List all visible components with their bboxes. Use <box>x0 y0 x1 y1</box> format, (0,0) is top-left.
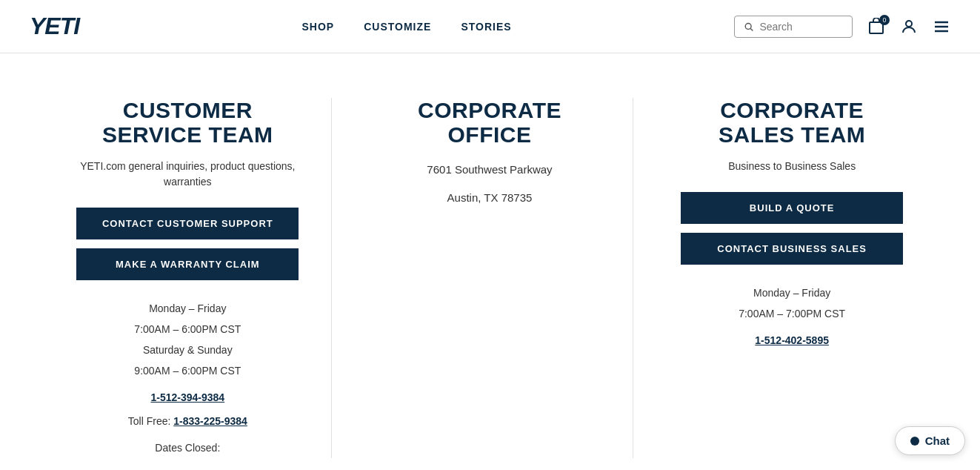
corporate-sales-title: CORPORATESALES TEAM <box>719 98 865 147</box>
customer-service-title: CUSTOMERSERVICE TEAM <box>102 98 273 147</box>
menu-icon-container[interactable] <box>933 18 950 36</box>
hours-line-3: Saturday & Sunday <box>128 340 247 360</box>
corporate-address-2: Austin, TX 78735 <box>447 187 533 209</box>
build-quote-button[interactable]: BUILD A QUOTE <box>681 192 903 224</box>
warranty-claim-button[interactable]: MAKE A WARRANTY CLAIM <box>76 248 299 280</box>
chat-dot-icon <box>910 437 919 446</box>
corporate-office-section: CORPORATEOFFICE 7601 Southwest Parkway A… <box>347 98 634 458</box>
search-input[interactable] <box>759 21 843 33</box>
nav-stories[interactable]: STORIES <box>461 21 511 33</box>
main-content: CUSTOMERSERVICE TEAM YETI.com general in… <box>0 53 980 470</box>
main-nav: SHOP CUSTOMIZE STORIES <box>302 21 512 33</box>
customer-service-phone[interactable]: 1-512-394-9384 <box>151 391 225 403</box>
hours-line-4: 9:00AM – 6:00PM CST <box>128 360 247 381</box>
sales-hours-line-1: Monday – Friday <box>739 282 845 303</box>
nav-customize[interactable]: CUSTOMIZE <box>364 21 431 33</box>
customer-service-subtitle: YETI.com general inquiries, product ques… <box>67 159 309 190</box>
corporate-address-1: 7601 Southwest Parkway <box>427 159 552 181</box>
customer-service-section: CUSTOMERSERVICE TEAM YETI.com general in… <box>44 98 332 458</box>
yeti-logo[interactable]: YETI <box>30 13 79 40</box>
svg-point-3 <box>906 21 912 27</box>
customer-service-hours: Monday – Friday 7:00AM – 6:00PM CST Satu… <box>128 298 247 458</box>
chat-label: Chat <box>925 434 950 447</box>
svg-point-0 <box>745 23 751 29</box>
corporate-office-title: CORPORATEOFFICE <box>418 98 561 147</box>
user-icon <box>900 18 918 36</box>
toll-free-number[interactable]: 1-833-225-9384 <box>173 415 247 427</box>
search-icon <box>744 21 753 33</box>
dates-closed-label: Dates Closed: <box>128 437 247 458</box>
user-icon-container[interactable] <box>900 18 918 36</box>
hours-line-1: Monday – Friday <box>128 298 247 319</box>
hours-line-2: 7:00AM – 6:00PM CST <box>128 319 247 340</box>
search-box[interactable] <box>734 16 853 38</box>
toll-free-line: Toll Free: 1-833-225-9384 <box>128 411 247 431</box>
svg-line-1 <box>750 28 753 30</box>
header-right: 0 <box>734 16 950 38</box>
contact-business-sales-button[interactable]: CONTACT BUSINESS SALES <box>681 233 903 265</box>
corporate-sales-subtitle: Business to Business Sales <box>728 159 856 174</box>
sales-hours-line-2: 7:00AM – 7:00PM CST <box>739 303 845 324</box>
hamburger-icon <box>933 18 950 36</box>
cart-icon-container[interactable]: 0 <box>867 18 885 36</box>
corporate-sales-section: CORPORATESALES TEAM Business to Business… <box>648 98 936 458</box>
contact-support-button[interactable]: CONTACT CUSTOMER SUPPORT <box>76 208 299 239</box>
cart-badge: 0 <box>879 15 890 25</box>
corporate-sales-hours: Monday – Friday 7:00AM – 7:00PM CST 1-51… <box>739 282 845 351</box>
corporate-sales-phone[interactable]: 1-512-402-5895 <box>755 334 829 346</box>
chat-button[interactable]: Chat <box>895 426 965 455</box>
nav-shop[interactable]: SHOP <box>302 21 335 33</box>
